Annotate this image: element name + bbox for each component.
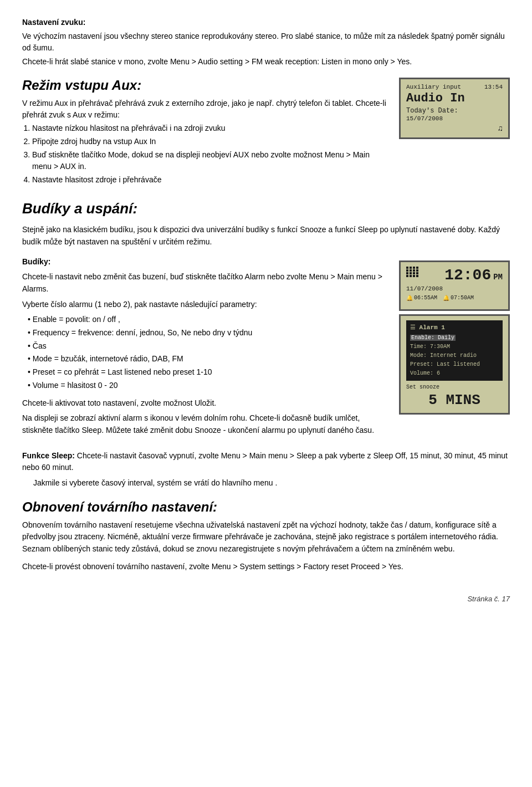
sleep-para2: Jakmile si vyberete časový interval, sys…	[22, 477, 510, 489]
budiky-subheading: Budíky:	[22, 256, 388, 268]
obnoveni-para2: Chcete-li provést obnovení továrního nas…	[22, 561, 510, 573]
sound-para2: Chcete-li hrát slabé stanice v mono, zvo…	[22, 56, 510, 68]
obnoveni-section: Obnovení továrního nastavení: Obnovením …	[22, 499, 510, 573]
bell-icon-2: 🔔	[443, 295, 449, 301]
obnoveni-para1: Obnovením továrního nastavení resetujeme…	[22, 519, 510, 555]
aux-step-4: Nastavte hlasitost zdroje i přehrávače	[32, 174, 388, 186]
alarm-time-row: Time: 7:30AM	[410, 343, 499, 351]
budiky-section: Budíky: Chcete-li nastavit nebo změnit č…	[22, 256, 510, 440]
sleep-section: Funkce Sleep: Chcete-li nastavit časovač…	[22, 450, 510, 489]
aux-heading: Režim vstupu Aux:	[22, 78, 388, 93]
lcd-top-bar: Auxiliary input 13:54	[406, 84, 503, 90]
aux-lcd: Auxiliary input 13:54 Audio In Today's D…	[399, 78, 510, 139]
lcd-time: 13:54	[484, 84, 503, 90]
lcd-music-icon: ♫	[406, 124, 503, 133]
budiky-save-para2: Na displeji se zobrazí aktivní alarm s i…	[22, 412, 388, 436]
obnoveni-heading: Obnovení továrního nastavení:	[22, 499, 510, 515]
clock-grid-icon	[406, 267, 419, 277]
bullet-preset: Preset = co přehrát = Last listened nebo…	[22, 366, 388, 379]
sound-para1: Ve výchozím nastavení jsou všechny stere…	[22, 30, 510, 54]
page-content: Nastavení zvuku: Ve výchozím nastavení j…	[22, 17, 510, 603]
sound-heading: Nastavení zvuku:	[22, 17, 510, 28]
alarm-box-title: ☰ Alarm 1	[410, 323, 499, 333]
sound-section: Nastavení zvuku: Ve výchozím nastavení j…	[22, 17, 510, 68]
bullet-cas: Čas	[22, 340, 388, 352]
bullet-volume: Volume = hlasitost 0 - 20	[22, 380, 388, 392]
aux-step-2: Připojte zdroj hudby na vstup Aux In	[32, 136, 388, 147]
aux-section: Režim vstupu Aux: V režimu Aux in přehrá…	[22, 78, 510, 187]
aux-display: Auxiliary input 13:54 Audio In Today's D…	[399, 78, 510, 187]
alarm1-time: 🔔 06:55AM	[406, 295, 437, 301]
budiky-text: Budíky: Chcete-li nastavit nebo změnit č…	[22, 256, 388, 440]
aux-steps-list: Nastavte nízkou hlasitost na přehrávači …	[32, 122, 388, 186]
grid-dots	[406, 267, 419, 277]
bell-icon-1: 🔔	[406, 295, 413, 301]
lcd-date: 15/07/2008	[406, 115, 503, 122]
budiky-heading: Budíky a uspání:	[22, 197, 510, 219]
alarm-settings-lcd: ☰ Alarm 1 Enable: Daily Time: 7:30AM	[399, 314, 510, 415]
budiky-intro: Budíky a uspání: Stejně jako na klasické…	[22, 197, 510, 248]
budiky-para2: Vyberte číslo alarmu (1 nebo 2), pak nas…	[22, 299, 388, 311]
alarm-enable-row: Enable: Daily	[410, 334, 499, 343]
bullet-enable: Enable = povolit: on / off ,	[22, 314, 388, 326]
aux-text: Režim vstupu Aux: V režimu Aux in přehrá…	[22, 78, 388, 187]
alarm-preset-row: Preset: Last listened	[410, 360, 499, 369]
clock-big-time: 12:06	[444, 267, 491, 284]
snooze-label: Set snooze	[406, 384, 503, 390]
budiky-save-para1: Chcete-li aktivovat toto nastavení, zvol…	[22, 397, 388, 410]
clock-time-area: 12:06 PM	[444, 267, 503, 284]
alarm-times-row: 🔔 06:55AM 🔔 07:50AM	[406, 295, 503, 301]
lcd-audio-in: Audio In	[406, 91, 503, 105]
doc-icon: ☰	[410, 324, 416, 331]
alarm-enable-highlight: Enable: Daily	[410, 335, 456, 341]
aux-step-1: Nastavte nízkou hlasitost na přehrávači …	[32, 122, 388, 134]
snooze-value: 5 MINS	[406, 392, 503, 408]
budiky-display: 12:06 PM 11/07/2008 🔔 06:55AM 🔔 07:50AM	[399, 256, 510, 440]
budiky-intro-para: Stejně jako na klasickém budíku, jsou k …	[22, 224, 510, 248]
aux-step-3: Buď stiskněte tlačítko Mode, dokud se na…	[32, 149, 388, 172]
clock-top: 12:06 PM	[406, 267, 503, 284]
lcd-date-label: Today's Date:	[406, 107, 503, 115]
clock-ampm: PM	[493, 273, 503, 282]
alarm-box: ☰ Alarm 1 Enable: Daily Time: 7:30AM	[406, 320, 503, 381]
lcd-aux-label: Auxiliary input	[406, 84, 461, 90]
clock-lcd: 12:06 PM 11/07/2008 🔔 06:55AM 🔔 07:50AM	[399, 260, 510, 311]
snooze-section: Set snooze 5 MINS	[406, 384, 503, 408]
alarm-volume-row: Volume: 6	[410, 369, 499, 378]
page-number: Stránka č. 17	[22, 595, 510, 603]
clock-date: 11/07/2008	[406, 285, 503, 292]
sleep-text: Funkce Sleep: Chcete-li nastavit časovač…	[22, 450, 510, 474]
alarm-mode-row: Mode: Internet radio	[410, 351, 499, 360]
bullet-frequency: Frequency = frekvence: denní, jednou, So…	[22, 327, 388, 339]
budiky-para1: Chcete-li nastavit nebo změnit čas buzen…	[22, 271, 388, 295]
alarm2-time: 🔔 07:50AM	[443, 295, 474, 301]
aux-para1: V režimu Aux in přehrávač přehrává zvuk …	[22, 98, 388, 121]
bullet-mode: Mode = bzučák, internetové rádio, DAB, F…	[22, 353, 388, 365]
